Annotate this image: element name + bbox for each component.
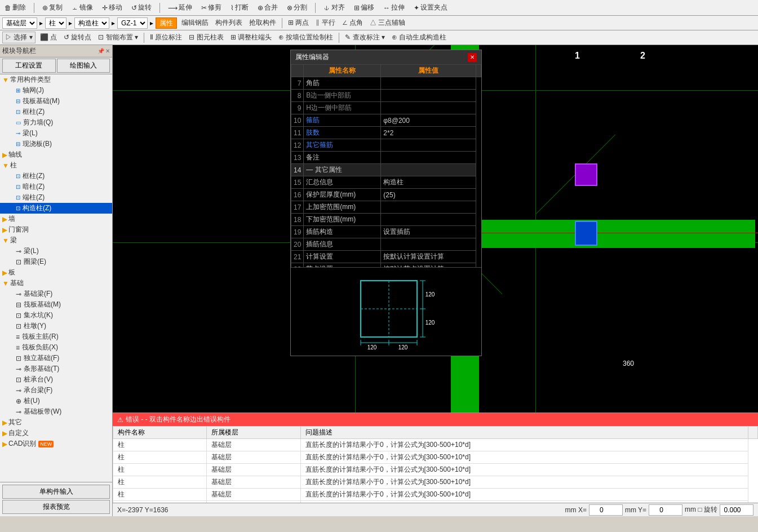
layer-select[interactable]: 基础层 — [2, 17, 37, 29]
edit-rebar-btn[interactable]: 编辑钢筋 — [179, 17, 211, 28]
point-angle-btn[interactable]: ∠ 点角 — [340, 17, 365, 28]
item-ind-found[interactable]: ⊡ 独立基础(F) — [0, 353, 112, 363]
group-axis[interactable]: ▶ 轴线 — [0, 149, 112, 160]
bottom-table-container[interactable]: 构件名称 所属楼层 问题描述 柱 基础层 直筋长度的计算结果小于0，计算公式为[… — [113, 426, 758, 503]
item-strip-found[interactable]: ⊸ 条形基础(T) — [0, 363, 112, 374]
delete-btn[interactable]: 🗑 删除 — [2, 2, 28, 13]
item-raft-neg[interactable]: ≡ 筏板负筋(X) — [0, 342, 112, 353]
extract-btn[interactable]: 抢取构件 — [247, 17, 278, 28]
three-point-btn[interactable]: △ 三点辅轴 — [367, 17, 407, 28]
figure-list-btn[interactable]: ⊟ 图元柱表 — [187, 32, 225, 43]
item-beam-ring[interactable]: ⊡ 圈梁(E) — [0, 256, 112, 267]
folder-icon-common: ▼ — [2, 76, 9, 84]
check-mark-btn[interactable]: ✎ 查改标注 ▾ — [343, 32, 387, 43]
item-pile-cap[interactable]: ⊡ 桩承台(V) — [0, 374, 112, 385]
subtype-select[interactable]: 构造柱 — [74, 17, 109, 29]
pin-btn[interactable]: 📌 — [97, 48, 104, 54]
stretch-btn[interactable]: ↔ 拉伸 — [381, 2, 407, 13]
item-raft-found[interactable]: ⊟ 筏板基础(M) — [0, 299, 112, 310]
folder-icon-axis: ▶ — [2, 151, 7, 159]
group-wall[interactable]: ▶ 墙 — [0, 214, 112, 224]
merge-btn[interactable]: ⊕ 合并 — [255, 2, 280, 13]
rotate-btn[interactable]: ↺ 旋转 — [129, 2, 154, 13]
group-col[interactable]: ▼ 柱 — [0, 160, 112, 171]
item-frame-col[interactable]: ⊡ 框柱(Z) — [0, 107, 112, 117]
error-row-5: 柱 基础层 直筋长度的计算结果小于0，计算公式为[300-500+10*d] — [113, 489, 758, 501]
item-icon-fs: ⊸ — [16, 408, 21, 416]
canvas-area[interactable]: 1 2 1500 360 属性编辑 — [113, 45, 758, 413]
item-frame-col-label: 框柱(Z) — [23, 107, 45, 117]
close-panel-btn[interactable]: ✕ — [105, 48, 110, 54]
extend-btn[interactable]: ⟶ 延伸 — [166, 2, 194, 13]
item-beam[interactable]: ⊸ 梁(L) — [0, 128, 112, 139]
item-slab-found[interactable]: ⊟ 筏板基础(M) — [0, 96, 112, 107]
select-btn[interactable]: ▷ 选择 ▾ — [2, 32, 36, 43]
item-col-end[interactable]: ⊡ 端柱(Z) — [0, 192, 112, 203]
group-window[interactable]: ▶ 门窗洞 — [0, 224, 112, 235]
member-list-btn[interactable]: 构件列表 — [213, 17, 245, 28]
mirror-btn[interactable]: ⫠ 镜像 — [69, 2, 95, 13]
group-other[interactable]: ▶ 其它 — [0, 417, 112, 428]
id-select[interactable]: GZ-1 — [117, 17, 148, 29]
auto-gen-btn[interactable]: ⊕ 自动生成构造柱 — [389, 32, 449, 43]
item-raft-main[interactable]: ≡ 筏板主筋(R) — [0, 331, 112, 342]
item-beam-l[interactable]: ⊸ 梁(L) — [0, 246, 112, 256]
two-point-btn[interactable]: ⊞ 两点 — [286, 17, 311, 28]
single-member-btn[interactable]: 单构件输入 — [2, 485, 110, 499]
property-editor-dialog[interactable]: 属性编辑器 ✕ 属性名称 属性值 — [290, 50, 482, 356]
prop-row-17: 17 上加密范围(mm) — [291, 201, 481, 214]
item-col-construct[interactable]: ⊡ 构造柱(Z) — [0, 203, 112, 214]
item-col-hidden[interactable]: ⊡ 暗柱(Z) — [0, 181, 112, 192]
item-cap-beam[interactable]: ⊸ 承台梁(F) — [0, 385, 112, 396]
dialog-close-btn[interactable]: ✕ — [468, 53, 477, 62]
trim-btn[interactable]: ✂ 修剪 — [199, 2, 224, 13]
group-beam[interactable]: ▼ 梁 — [0, 235, 112, 246]
left-panel-header: 模块导航栏 📌 ✕ — [0, 45, 112, 57]
adjust-end-btn[interactable]: ⊞ 调整柱端头 — [228, 32, 274, 43]
folder-icon-other: ▶ — [2, 419, 7, 427]
original-mark-btn[interactable]: Ⅱ 原位标注 — [148, 32, 184, 43]
x-input[interactable] — [589, 504, 623, 516]
item-found-beam[interactable]: ⊸ 基础梁(F) — [0, 289, 112, 299]
item-shear-wall[interactable]: ▭ 剪力墙(Q) — [0, 117, 112, 128]
split-btn[interactable]: ⊗ 分割 — [285, 2, 309, 13]
err4-floor: 基础层 — [207, 476, 300, 489]
report-preview-btn[interactable]: 报表预览 — [2, 500, 110, 514]
point-btn[interactable]: ⬛ 点 — [38, 32, 59, 43]
group-slab[interactable]: ▶ 板 — [0, 267, 112, 278]
draw-by-wall-btn[interactable]: ⊕ 按墙位置绘制柱 — [276, 32, 335, 43]
move-btn[interactable]: ✛ 移动 — [100, 2, 125, 13]
item-axis[interactable]: ⊞ 轴网(J) — [0, 85, 112, 96]
item-found-strip[interactable]: ⊸ 基础板带(W) — [0, 406, 112, 417]
y-input[interactable] — [649, 504, 682, 516]
item-cast-slab[interactable]: ⊟ 现浇板(B) — [0, 139, 112, 149]
break-btn[interactable]: ⌇ 打断 — [228, 2, 251, 13]
set-grip-btn[interactable]: ✦ 设置夹点 — [411, 2, 450, 13]
copy-btn[interactable]: ⊕ 复制 — [40, 2, 65, 13]
rotate-point-btn[interactable]: ↺ 旋转点 — [61, 32, 94, 43]
bottom-table: 构件名称 所属楼层 问题描述 柱 基础层 直筋长度的计算结果小于0，计算公式为[… — [113, 426, 758, 503]
group-custom[interactable]: ▶ 自定义 — [0, 428, 112, 438]
group-found[interactable]: ▼ 基础 — [0, 278, 112, 289]
engineering-settings-btn[interactable]: 工程设置 — [2, 59, 56, 73]
rotate-input[interactable] — [720, 504, 753, 516]
dim-text-360: 360 — [623, 360, 634, 367]
folder-icon-wall: ▶ — [2, 215, 7, 223]
drawing-input-btn[interactable]: 绘图输入 — [57, 59, 110, 73]
item-icon-fb: ⊸ — [16, 290, 21, 298]
align-btn[interactable]: ⫝ 对齐 — [321, 2, 347, 13]
smart-layout-btn[interactable]: ⊡ 智能布置 ▾ — [96, 32, 140, 43]
property-scroll[interactable]: 属性名称 属性值 7 角筋 — [291, 64, 481, 267]
item-pile[interactable]: ⊕ 桩(U) — [0, 396, 112, 406]
parallel-btn[interactable]: ∥ 平行 — [313, 17, 337, 28]
item-icon-rn: ≡ — [16, 344, 20, 352]
item-col-frame[interactable]: ⊡ 框柱(Z) — [0, 171, 112, 181]
group-cad[interactable]: ▶ CAD识别 NEW — [0, 438, 112, 449]
item-cf-label: 框柱(Z) — [23, 171, 45, 181]
offset-btn[interactable]: ⊞ 偏移 — [352, 2, 376, 13]
property-btn[interactable]: 属性 — [156, 17, 177, 29]
item-sump[interactable]: ⊡ 集水坑(K) — [0, 310, 112, 321]
group-common[interactable]: ▼ 常用构件类型 — [0, 74, 112, 85]
type-select[interactable]: 柱 — [45, 17, 67, 29]
item-col-pier[interactable]: ⊡ 柱墩(Y) — [0, 321, 112, 331]
